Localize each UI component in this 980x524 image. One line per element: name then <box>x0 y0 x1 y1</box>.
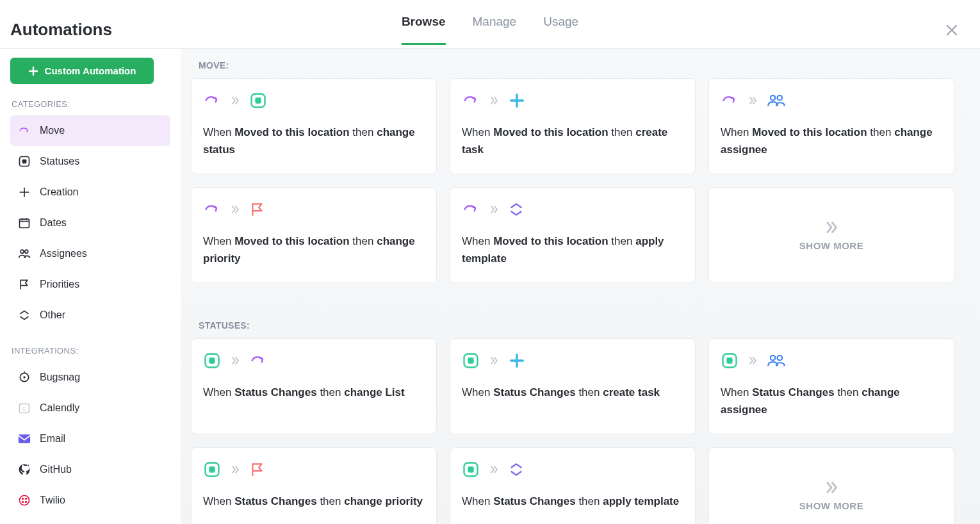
email-icon <box>18 432 31 445</box>
automation-card[interactable]: When Status Changes then change assignee <box>708 338 954 434</box>
sidebar-item-label: Twilio <box>40 495 65 506</box>
sidebar-item-label: GitHub <box>40 464 72 475</box>
chevron-right-icon <box>489 464 499 475</box>
automation-description: When Status Changes then apply template <box>462 493 683 510</box>
status-icon <box>249 92 267 110</box>
automation-card[interactable]: When Status Changes then apply template <box>450 447 696 524</box>
assignees-icon <box>18 247 31 260</box>
svg-rect-1 <box>22 160 27 164</box>
move-icon <box>249 352 267 370</box>
tab-browse[interactable]: Browse <box>402 15 446 45</box>
assignees-icon <box>767 93 786 108</box>
chevron-right-icon <box>747 95 758 106</box>
sidebar-item-calendly[interactable]: C Calendly <box>10 393 170 423</box>
sidebar-item-twilio[interactable]: Twilio <box>10 485 170 516</box>
custom-automation-button[interactable]: Custom Automation <box>10 58 154 84</box>
sidebar-item-label: Email <box>40 433 65 445</box>
tabs: Browse Manage Usage <box>402 15 578 45</box>
move-icon <box>721 92 739 110</box>
sidebar-item-assignees[interactable]: Assignees <box>10 238 170 269</box>
automation-card[interactable]: When Moved to this location then change … <box>191 78 437 174</box>
sidebar: Custom Automation CATEGORIES: Move Statu… <box>0 49 181 524</box>
automation-description: When Moved to this location then change … <box>203 233 425 267</box>
calendly-icon: C <box>18 402 31 414</box>
sidebar-item-other[interactable]: Other <box>10 300 170 331</box>
svg-point-14 <box>25 501 27 503</box>
svg-rect-28 <box>209 466 215 472</box>
move-icon <box>462 201 480 218</box>
sidebar-item-label: Statuses <box>40 156 79 167</box>
automation-card[interactable]: When Moved to this location then create … <box>450 78 696 174</box>
sidebar-item-creation[interactable]: Creation <box>10 177 170 208</box>
categories-label: CATEGORIES: <box>12 99 181 109</box>
move-icon <box>203 201 221 218</box>
chevron-right-icon <box>230 356 240 366</box>
main-content: MOVE: When Moved to this location then c… <box>181 49 980 524</box>
sidebar-item-label: Other <box>40 309 65 321</box>
show-more-label: SHOW MORE <box>799 240 863 251</box>
svg-rect-16 <box>255 97 261 103</box>
sidebar-item-label: Dates <box>40 217 67 229</box>
sidebar-item-move[interactable]: Move <box>10 115 170 146</box>
assignees-icon <box>767 353 786 368</box>
automation-description: When Status Changes then change priority <box>203 493 425 510</box>
show-more-label: SHOW MORE <box>799 500 863 511</box>
automation-description: When Status Changes then change List <box>203 384 425 401</box>
tab-usage[interactable]: Usage <box>543 15 578 45</box>
sidebar-item-statuses[interactable]: Statuses <box>10 146 170 177</box>
automation-description: When Moved to this location then apply t… <box>462 233 683 267</box>
plus-icon <box>508 352 526 370</box>
sidebar-item-bugsnag[interactable]: Bugsnag <box>10 362 170 393</box>
svg-point-13 <box>22 501 24 503</box>
template-icon <box>508 461 525 478</box>
sidebar-item-label: Priorities <box>40 279 79 290</box>
status-icon <box>462 352 480 370</box>
show-more-button[interactable]: SHOW MORE <box>708 447 954 524</box>
status-icon <box>203 352 221 370</box>
sidebar-item-dates[interactable]: Dates <box>10 208 170 238</box>
status-icon <box>203 461 221 479</box>
plus-outline-icon <box>18 186 31 199</box>
chevron-right-icon <box>489 95 499 106</box>
move-icon <box>203 92 221 110</box>
header: Automations Browse Manage Usage <box>0 0 980 49</box>
sidebar-item-label: Move <box>40 125 65 136</box>
chevron-right-icon <box>230 204 240 215</box>
sidebar-item-label: Creation <box>40 186 78 198</box>
tab-manage[interactable]: Manage <box>473 15 517 45</box>
sidebar-item-label: Calendly <box>40 402 79 414</box>
automation-card[interactable]: When Moved to this location then change … <box>191 187 437 283</box>
svg-point-18 <box>778 95 783 101</box>
automation-description: When Status Changes then create task <box>462 384 683 401</box>
show-more-button[interactable]: SHOW MORE <box>708 187 954 283</box>
svg-text:C: C <box>22 405 26 412</box>
automation-card[interactable]: When Moved to this location then change … <box>708 78 954 174</box>
status-icon <box>18 155 31 168</box>
plus-icon <box>508 92 526 110</box>
chevron-right-icon <box>824 480 839 495</box>
automation-description: When Moved to this location then change … <box>721 124 942 158</box>
automation-card[interactable]: When Status Changes then change priority <box>191 447 437 524</box>
status-icon <box>721 352 739 370</box>
move-icon <box>18 124 31 137</box>
svg-point-6 <box>23 376 25 378</box>
flag-icon <box>249 201 266 218</box>
sidebar-item-label: Assignees <box>40 248 87 259</box>
automation-card[interactable]: When Status Changes then create task <box>450 338 696 434</box>
automation-description: When Moved to this location then create … <box>462 124 683 158</box>
sidebar-item-github[interactable]: GitHub <box>10 454 170 485</box>
svg-point-3 <box>20 250 24 253</box>
sidebar-item-email[interactable]: Email <box>10 423 170 454</box>
chevron-right-icon <box>489 356 499 366</box>
automation-card[interactable]: When Moved to this location then apply t… <box>450 187 696 283</box>
chevron-right-icon <box>230 464 240 475</box>
svg-point-17 <box>771 95 776 101</box>
github-icon <box>18 463 31 476</box>
automation-card[interactable]: When Status Changes then change List <box>191 338 437 434</box>
calendar-icon <box>18 217 31 229</box>
svg-point-25 <box>771 356 776 361</box>
close-icon[interactable] <box>943 21 961 39</box>
automation-description: When Moved to this location then change … <box>203 124 425 158</box>
svg-point-4 <box>25 250 28 253</box>
sidebar-item-priorities[interactable]: Priorities <box>10 269 170 300</box>
